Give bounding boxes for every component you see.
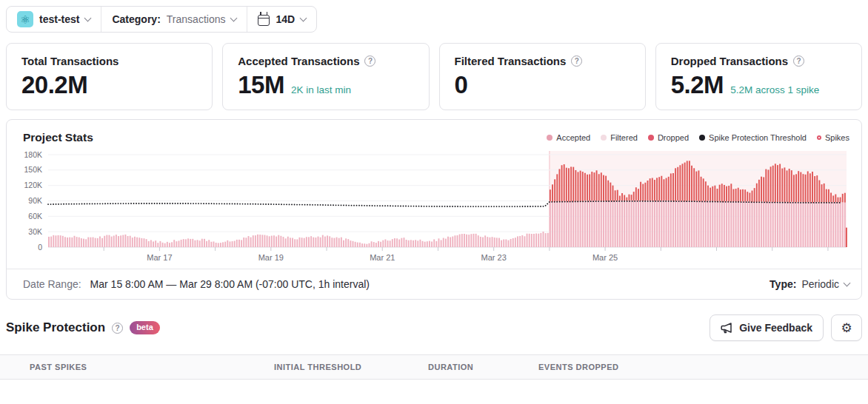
series-dot-icon: [648, 135, 654, 141]
spike-protection-title: Spike Protection: [6, 320, 105, 335]
spike-ring-icon: [817, 135, 821, 140]
chart-legend: AcceptedFilteredDroppedSpike Protection …: [547, 133, 849, 142]
svg-text:150K: 150K: [24, 165, 42, 174]
project-stats-chart[interactable]: 030K60K90K120K150K180KMar 17Mar 19Mar 21…: [13, 149, 863, 266]
table-header-row: Past Spikes Initial Threshold Duration E…: [0, 355, 868, 380]
stat-card-value: 20.2M: [21, 71, 87, 99]
series-dot-icon: [601, 135, 607, 141]
stat-card-value: 5.2M: [671, 71, 724, 99]
date-range-value: Mar 15 8:00 AM — Mar 29 8:00 AM (-07:00 …: [90, 278, 370, 290]
col-initial-threshold: Initial Threshold: [274, 363, 428, 371]
type-label: Type:: [769, 278, 796, 290]
period-value: 14D: [276, 13, 295, 25]
stat-card: Accepted Transactions?15M2K in last min: [222, 43, 429, 110]
page-filters-pill: ⚛ test-test Category: Transactions 14D: [6, 6, 317, 33]
help-icon[interactable]: ?: [364, 55, 375, 67]
topbar: ⚛ test-test Category: Transactions 14D: [0, 0, 868, 33]
stat-card-value: 0: [455, 71, 468, 99]
legend-label: Spikes: [825, 133, 849, 142]
stat-card-title: Filtered Transactions: [455, 55, 567, 67]
category-value: Transactions: [167, 13, 226, 25]
project-stats-card: Project Stats AcceptedFilteredDroppedSpi…: [6, 119, 862, 300]
megaphone-icon: [721, 323, 733, 334]
series-dot-icon: [699, 135, 705, 141]
stat-card-title: Dropped Transactions: [671, 55, 788, 67]
col-past-spikes: Past Spikes: [30, 363, 274, 371]
give-feedback-button[interactable]: Give Feedback: [710, 314, 824, 341]
help-icon[interactable]: ?: [793, 55, 804, 67]
stat-card-subtext: 2K in last min: [291, 84, 351, 95]
stat-card: Dropped Transactions?5.2M5.2M across 1 s…: [655, 43, 862, 110]
stat-card-value: 15M: [238, 71, 284, 99]
legend-item-filtered[interactable]: Filtered: [601, 133, 638, 142]
help-icon[interactable]: ?: [571, 55, 582, 67]
react-atom-icon: ⚛: [17, 11, 33, 27]
stat-card: Total Transactions20.2M: [6, 43, 213, 110]
series-dot-icon: [547, 135, 552, 141]
spike-protection-section-header: Spike Protection ? beta Give Feedback ⚙: [0, 300, 868, 341]
help-icon[interactable]: ?: [112, 323, 123, 334]
stat-card-subtext: 5.2M across 1 spike: [730, 84, 819, 95]
date-period-selector[interactable]: 14D: [247, 7, 316, 32]
legend-item-spike-protection-threshold[interactable]: Spike Protection Threshold: [699, 133, 807, 142]
svg-text:120K: 120K: [24, 181, 42, 189]
svg-text:Mar 21: Mar 21: [370, 253, 395, 262]
svg-text:30K: 30K: [28, 227, 42, 236]
project-name: test-test: [39, 13, 79, 25]
stat-card-title: Total Transactions: [21, 55, 118, 67]
date-range-row: Date Range: Mar 15 8:00 AM — Mar 29 8:00…: [7, 269, 861, 299]
legend-item-accepted[interactable]: Accepted: [547, 133, 590, 142]
chart-area[interactable]: 030K60K90K120K150K180KMar 17Mar 19Mar 21…: [7, 147, 861, 269]
beta-badge: beta: [130, 321, 160, 334]
chevron-down-icon: [230, 15, 238, 22]
calendar-icon: [258, 15, 270, 26]
stat-cards-row: Total Transactions20.2MAccepted Transact…: [0, 33, 868, 110]
legend-label: Dropped: [658, 133, 689, 142]
give-feedback-label: Give Feedback: [739, 322, 812, 334]
svg-text:Mar 17: Mar 17: [147, 253, 172, 262]
type-selector[interactable]: Type: Periodic: [769, 278, 849, 290]
svg-text:60K: 60K: [28, 212, 42, 220]
settings-button[interactable]: ⚙: [831, 314, 862, 341]
svg-text:Mar 19: Mar 19: [258, 253, 284, 262]
chevron-down-icon: [844, 280, 851, 287]
legend-label: Filtered: [610, 133, 638, 142]
legend-label: Spike Protection Threshold: [709, 133, 807, 142]
stat-card-title: Accepted Transactions: [238, 55, 359, 67]
chart-title: Project Stats: [23, 131, 93, 144]
stat-card: Filtered Transactions?0: [439, 43, 646, 110]
category-label: Category:: [112, 13, 160, 25]
svg-text:Mar 23: Mar 23: [481, 253, 507, 262]
svg-text:Mar 25: Mar 25: [592, 253, 618, 262]
category-selector[interactable]: Category: Transactions: [101, 7, 247, 32]
col-events-dropped: Events Dropped: [538, 363, 868, 371]
svg-text:0: 0: [38, 243, 42, 252]
chevron-down-icon: [300, 15, 307, 22]
legend-item-spikes[interactable]: Spikes: [817, 133, 849, 142]
date-range-label: Date Range:: [23, 278, 81, 290]
gear-icon: ⚙: [841, 320, 852, 336]
legend-label: Accepted: [556, 133, 590, 142]
type-value: Periodic: [801, 278, 839, 290]
svg-text:180K: 180K: [24, 150, 42, 159]
table-row[interactable]: [0, 380, 868, 390]
chevron-down-icon: [84, 15, 92, 22]
past-spikes-table: Past Spikes Initial Threshold Duration E…: [0, 354, 868, 390]
svg-text:90K: 90K: [28, 196, 42, 205]
col-duration: Duration: [428, 363, 538, 371]
legend-item-dropped[interactable]: Dropped: [648, 133, 689, 142]
project-selector[interactable]: ⚛ test-test: [7, 7, 101, 32]
